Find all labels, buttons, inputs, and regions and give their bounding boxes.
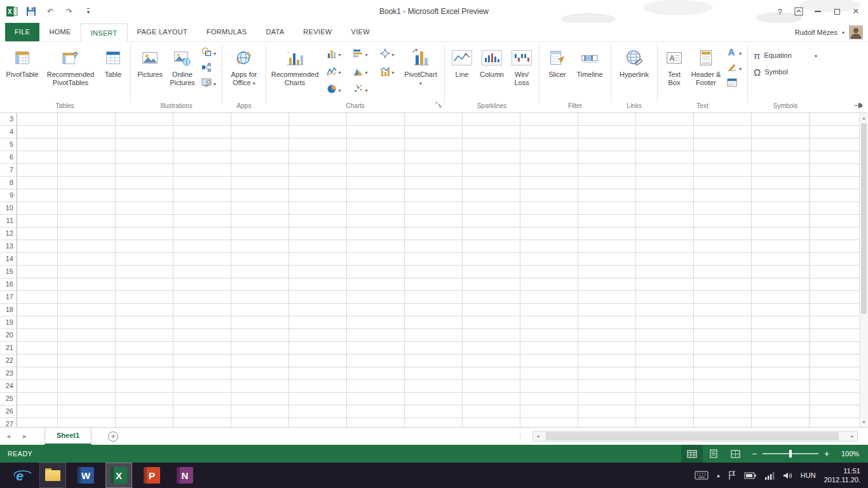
- pin-ribbon-button[interactable]: [854, 102, 863, 111]
- sheet-tab-sheet1[interactable]: Sheet1: [44, 428, 92, 445]
- equation-button[interactable]: π Equation: [751, 47, 820, 64]
- row-header[interactable]: 22: [0, 355, 17, 367]
- symbol-button[interactable]: Ω Symbol: [751, 64, 820, 80]
- row-header[interactable]: 14: [0, 253, 17, 266]
- sparkline-column-button[interactable]: Column: [476, 44, 508, 100]
- tab-home[interactable]: HOME: [39, 23, 80, 41]
- row-header[interactable]: 20: [0, 329, 17, 342]
- taskbar-explorer-button[interactable]: [39, 463, 66, 488]
- row-header[interactable]: 23: [0, 367, 17, 380]
- wordart-button[interactable]: A: [724, 45, 744, 60]
- zoom-slider-thumb[interactable]: [789, 450, 792, 458]
- action-center-flag-icon[interactable]: [728, 471, 736, 480]
- pivotchart-button[interactable]: PivotChart: [400, 44, 441, 100]
- row-header[interactable]: 15: [0, 266, 17, 278]
- row-header[interactable]: 10: [0, 202, 17, 215]
- taskbar-powerpoint-button[interactable]: P: [139, 463, 165, 488]
- taskbar-ie-button[interactable]: e: [6, 463, 33, 488]
- zoom-in-button[interactable]: +: [818, 449, 835, 459]
- pictures-button[interactable]: Pictures: [134, 44, 166, 100]
- clock[interactable]: 11:51 2012.11.20.: [824, 466, 860, 484]
- row-header[interactable]: 4: [0, 126, 17, 139]
- row-header[interactable]: 5: [0, 139, 17, 151]
- tab-insert[interactable]: INSERT: [81, 24, 128, 42]
- row-header[interactable]: 11: [0, 215, 17, 227]
- shapes-button[interactable]: [199, 45, 219, 60]
- zoom-slider[interactable]: [763, 453, 818, 454]
- tab-view[interactable]: VIEW: [342, 23, 379, 41]
- table-button[interactable]: Table: [99, 44, 127, 100]
- tab-formulas[interactable]: FORMULAS: [197, 23, 257, 41]
- row-header[interactable]: 13: [0, 240, 17, 253]
- maximize-button[interactable]: [827, 3, 846, 20]
- text-box-button[interactable]: A Text Box: [661, 44, 688, 100]
- scroll-right-icon[interactable]: ▸: [848, 433, 857, 439]
- scroll-up-icon[interactable]: ▴: [860, 113, 868, 123]
- recommended-charts-button[interactable]: Recommended Charts: [269, 44, 320, 100]
- view-normal-button[interactable]: [681, 445, 703, 463]
- show-hidden-icons-chevron[interactable]: ▴: [717, 472, 720, 478]
- taskbar-onenote-button[interactable]: N: [172, 463, 198, 488]
- zoom-out-button[interactable]: −: [746, 449, 763, 459]
- scroll-down-icon[interactable]: ▾: [860, 417, 868, 427]
- sheet-nav-right-icon[interactable]: ▸: [17, 432, 33, 440]
- tab-page-layout[interactable]: PAGE LAYOUT: [128, 23, 197, 41]
- tab-file[interactable]: FILE: [5, 23, 39, 41]
- insert-pie-chart-button[interactable]: [320, 84, 347, 95]
- row-header[interactable]: 12: [0, 227, 17, 240]
- row-header[interactable]: 16: [0, 278, 17, 291]
- vertical-scrollbar[interactable]: ▴ ▾: [859, 113, 868, 427]
- header-footer-button[interactable]: Header & Footer: [688, 44, 724, 100]
- minimize-button[interactable]: [808, 3, 827, 20]
- row-header[interactable]: 3: [0, 113, 17, 126]
- vertical-scrollbar-thumb[interactable]: [861, 123, 867, 314]
- row-header[interactable]: 24: [0, 380, 17, 393]
- row-header[interactable]: 19: [0, 316, 17, 329]
- undo-icon[interactable]: ↶: [42, 3, 58, 20]
- grid-cells[interactable]: [18, 113, 859, 427]
- row-header[interactable]: 18: [0, 304, 17, 316]
- sparkline-winloss-button[interactable]: Win/Loss: [508, 44, 536, 100]
- help-button[interactable]: ?: [770, 3, 789, 20]
- insert-scatter-chart-button[interactable]: [347, 84, 374, 95]
- apps-for-office-button[interactable]: Apps for Office: [226, 44, 262, 100]
- row-header[interactable]: 26: [0, 405, 17, 418]
- avatar[interactable]: [849, 25, 863, 39]
- signature-line-button[interactable]: [724, 60, 744, 76]
- smartart-button[interactable]: [199, 60, 219, 76]
- online-pictures-button[interactable]: Online Pictures: [166, 44, 199, 100]
- row-header[interactable]: 6: [0, 151, 17, 164]
- row-header[interactable]: 25: [0, 393, 17, 405]
- user-account[interactable]: Rudolf Mézes ▾: [795, 25, 863, 39]
- hyperlink-button[interactable]: Hyperlink: [614, 44, 654, 100]
- screenshot-button[interactable]: [199, 76, 219, 91]
- scroll-left-icon[interactable]: ◂: [533, 433, 543, 439]
- insert-stock-surface-chart-button[interactable]: [374, 48, 400, 60]
- save-icon[interactable]: [23, 3, 39, 20]
- taskbar-excel-button[interactable]: X: [105, 463, 132, 488]
- pivottable-button[interactable]: PivotTable: [3, 44, 42, 100]
- tab-data[interactable]: DATA: [256, 23, 294, 41]
- redo-icon[interactable]: ↷: [61, 3, 78, 20]
- insert-combo-chart-button[interactable]: [374, 66, 400, 78]
- horizontal-scrollbar-thumb[interactable]: [546, 432, 839, 440]
- row-header[interactable]: 21: [0, 342, 17, 355]
- row-header[interactable]: 27: [0, 418, 17, 427]
- object-button[interactable]: [724, 76, 744, 91]
- excel-app-icon[interactable]: X: [4, 3, 20, 20]
- touch-keyboard-icon[interactable]: [695, 471, 709, 480]
- row-header[interactable]: 8: [0, 177, 17, 189]
- charts-dialog-launcher-icon[interactable]: [435, 102, 442, 111]
- insert-line-chart-button[interactable]: [320, 66, 347, 78]
- view-page-break-button[interactable]: [724, 445, 746, 463]
- timeline-button[interactable]: Timeline: [572, 44, 607, 100]
- tabbar-splitter-icon[interactable]: ⋮: [517, 433, 524, 440]
- sparkline-line-button[interactable]: Line: [448, 44, 476, 100]
- slicer-button[interactable]: Slicer: [543, 44, 572, 100]
- network-signal-icon[interactable]: [764, 471, 775, 480]
- customize-qat-icon[interactable]: ▾: [80, 3, 97, 20]
- horizontal-scrollbar-track[interactable]: [543, 431, 848, 441]
- insert-column-chart-button[interactable]: [320, 48, 347, 60]
- zoom-level[interactable]: 100%: [835, 450, 865, 458]
- insert-area-chart-button[interactable]: [347, 66, 374, 78]
